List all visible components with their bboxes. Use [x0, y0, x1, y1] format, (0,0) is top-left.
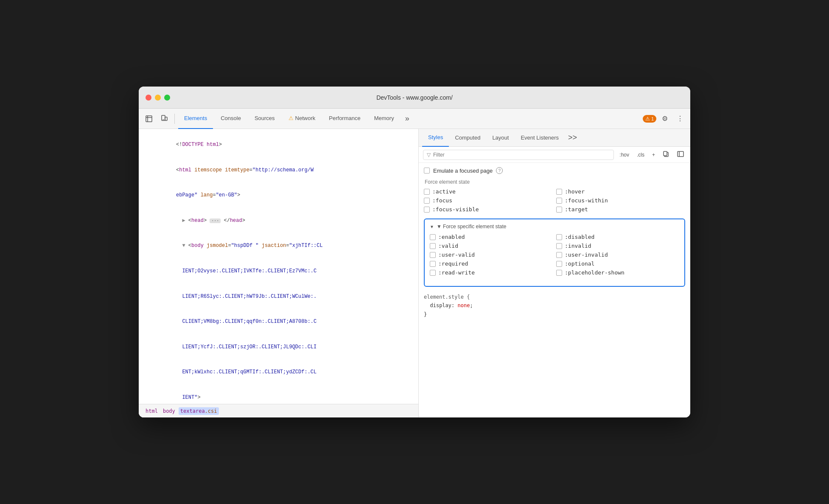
close-button[interactable] [146, 95, 151, 101]
dom-body-6[interactable]: ENT;kWlxhc:.CLIENT;qGMTIf:.CLIENT;ydZCDf… [139, 360, 418, 385]
more-tabs-button[interactable]: » [402, 112, 413, 125]
state-enabled-checkbox[interactable] [430, 234, 436, 240]
device-toolbar-button[interactable] [157, 112, 171, 126]
emulate-focused-row: Emulate a focused page ? [424, 167, 685, 174]
toolbar-separator-1 [174, 114, 175, 124]
computed-sidebar-button[interactable] [675, 149, 686, 160]
state-valid-checkbox[interactable] [430, 243, 436, 249]
force-specific-section: ▼ ▼ Force specific element state :enable… [424, 218, 685, 287]
styles-tabs: Styles Computed Layout Event Listeners >… [419, 129, 690, 147]
breadcrumb: html body textarea.csi [139, 404, 418, 417]
force-specific-title: ▼ ▼ Force specific element state [430, 224, 679, 230]
state-active: :active [424, 188, 553, 195]
emulate-help-icon[interactable]: ? [496, 167, 503, 174]
state-user-invalid-checkbox[interactable] [556, 252, 562, 258]
dom-body-2[interactable]: IENT;O2vyse:.CLIENT;IVKTfe:.CLIENT;Ez7VM… [139, 259, 418, 284]
tab-computed[interactable]: Computed [449, 129, 486, 147]
state-enabled: :enabled [430, 234, 553, 240]
css-property[interactable]: display [430, 302, 451, 308]
more-style-tabs-button[interactable]: >> [565, 132, 580, 144]
svg-rect-7 [664, 151, 667, 156]
tab-memory[interactable]: Memory [368, 109, 400, 129]
emulate-focused-checkbox[interactable] [424, 168, 430, 174]
svg-rect-0 [146, 116, 152, 122]
state-focus-checkbox[interactable] [424, 198, 430, 204]
triangle-icon: ▼ [430, 224, 434, 229]
dom-body-3[interactable]: LIENT;R6Slyc:.CLIENT;hWT9Jb:.CLIENT;WCul… [139, 284, 418, 309]
filter-box[interactable]: ▽ [423, 150, 614, 160]
breadcrumb-html[interactable]: html [144, 407, 160, 415]
dom-body-4[interactable]: CLIENT;VM8bg:.CLIENT;qqf0n:.CLIENT;A8708… [139, 309, 418, 335]
tab-styles[interactable]: Styles [422, 129, 449, 147]
dom-panel: <!DOCTYPE html> <html itemscope itemtype… [139, 129, 419, 417]
minimize-button[interactable] [155, 95, 161, 101]
inspect-element-button[interactable] [142, 112, 156, 126]
state-focus-within: :focus-within [556, 197, 685, 204]
state-read-write: :read-write [430, 269, 553, 276]
cls-button[interactable]: .cls [635, 151, 647, 159]
tab-sources[interactable]: Sources [249, 109, 281, 129]
state-target-checkbox[interactable] [556, 207, 562, 213]
state-focus-visible-checkbox[interactable] [424, 207, 430, 213]
tab-console[interactable]: Console [215, 109, 247, 129]
styles-toolbar: ▽ :hov .cls + [419, 147, 690, 163]
force-element-state-title: Force element state [424, 179, 685, 185]
hov-button[interactable]: :hov [617, 151, 631, 159]
css-value[interactable]: none [457, 302, 470, 308]
state-user-invalid: :user-invalid [556, 252, 679, 258]
css-selector: element.style { [424, 294, 470, 300]
svg-rect-4 [165, 117, 167, 120]
styles-content: Emulate a focused page ? Force element s… [419, 163, 690, 417]
state-read-write-checkbox[interactable] [430, 270, 436, 276]
state-target: :target [556, 206, 685, 213]
breadcrumb-body[interactable]: body [161, 407, 177, 415]
dom-body-1[interactable]: ▼ <body jsmodel="hspDDf " jsaction="xjhT… [139, 233, 418, 259]
main-content: <!DOCTYPE html> <html itemscope itemtype… [139, 129, 690, 417]
tab-network[interactable]: ⚠ Network [283, 109, 322, 129]
tab-layout[interactable]: Layout [486, 129, 515, 147]
state-user-valid-checkbox[interactable] [430, 252, 436, 258]
titlebar-buttons [146, 95, 170, 101]
tab-elements[interactable]: Elements [178, 109, 213, 129]
issues-badge[interactable]: ⚠ 1 [643, 115, 656, 123]
tab-performance[interactable]: Performance [323, 109, 366, 129]
maximize-button[interactable] [164, 95, 170, 101]
titlebar: DevTools - www.google.com/ [139, 87, 690, 109]
toolbar: Elements Console Sources ⚠ Network Perfo… [139, 109, 690, 129]
state-hover-checkbox[interactable] [556, 189, 562, 195]
copy-styles-button[interactable] [661, 149, 672, 160]
emulate-focused-label: Emulate a focused page [433, 168, 493, 174]
state-placeholder-shown-checkbox[interactable] [556, 270, 562, 276]
state-optional-checkbox[interactable] [556, 261, 562, 267]
settings-button[interactable]: ⚙ [658, 112, 672, 126]
dom-html[interactable]: <html itemscope itemtype="http://schema.… [139, 158, 418, 183]
dom-body-5[interactable]: LIENT;YcfJ:.CLIENT;szjOR:.CLIENT;JL9QDc:… [139, 335, 418, 360]
svg-rect-8 [678, 151, 683, 157]
styles-panel: Styles Computed Layout Event Listeners >… [419, 129, 690, 417]
state-focus-within-checkbox[interactable] [556, 198, 562, 204]
more-options-button[interactable]: ⋮ [673, 112, 687, 126]
inspect-icon [145, 115, 153, 123]
dom-body-7[interactable]: IENT"> [139, 385, 418, 404]
badge-warning-icon: ⚠ [645, 116, 650, 122]
css-close-brace: } [424, 311, 427, 317]
dom-doctype[interactable]: <!DOCTYPE html> [139, 132, 418, 158]
dom-head[interactable]: ▶ <head> ··· </head> [139, 208, 418, 234]
breadcrumb-textarea[interactable]: textarea.csi [179, 407, 219, 415]
filter-icon: ▽ [427, 152, 431, 158]
state-hover: :hover [556, 188, 685, 195]
state-optional: :optional [556, 260, 679, 267]
state-focus: :focus [424, 197, 553, 204]
state-active-checkbox[interactable] [424, 189, 430, 195]
tab-event-listeners[interactable]: Event Listeners [515, 129, 565, 147]
add-style-button[interactable]: + [650, 151, 657, 159]
filter-input[interactable] [433, 152, 610, 158]
state-valid: :valid [430, 243, 553, 249]
state-invalid-checkbox[interactable] [556, 243, 562, 249]
state-disabled-checkbox[interactable] [556, 234, 562, 240]
state-required-checkbox[interactable] [430, 261, 436, 267]
dom-tree[interactable]: <!DOCTYPE html> <html itemscope itemtype… [139, 129, 418, 404]
network-warning-icon: ⚠ [288, 115, 294, 121]
dom-html-2[interactable]: ebPage" lang="en-GB"> [139, 183, 418, 208]
force-specific-grid: :enabled :disabled :valid :invalid [430, 234, 679, 276]
